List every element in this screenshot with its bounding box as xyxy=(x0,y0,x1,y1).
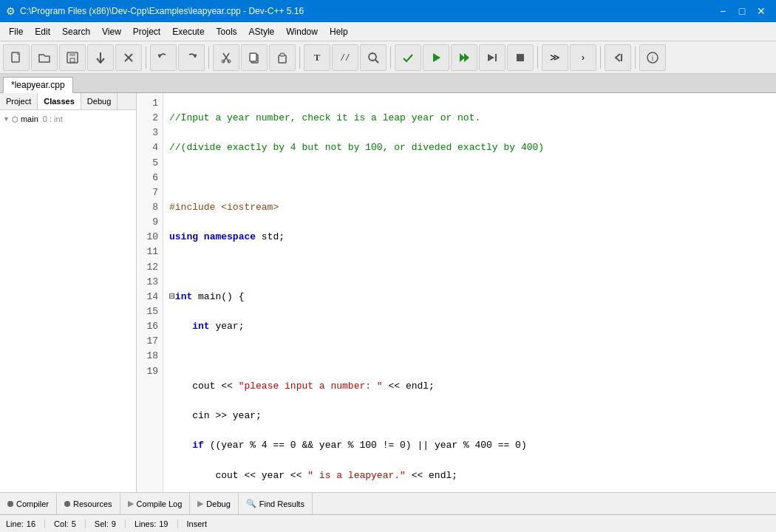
status-sel: Sel: 9 xyxy=(95,519,126,528)
compiler-tab[interactable]: Compiler xyxy=(0,493,57,514)
title-bar: ⚙ C:\Program Files (x86)\Dev-Cpp\Example… xyxy=(0,0,776,22)
redo-btn[interactable] xyxy=(178,44,205,71)
sidebar-tab-classes[interactable]: Classes xyxy=(38,93,81,109)
sel-value: 9 xyxy=(112,519,116,528)
indent-btn[interactable]: T xyxy=(304,44,330,71)
line-2: //(divide exactly by 4 but not by 100, o… xyxy=(169,140,770,155)
compile-run-btn[interactable] xyxy=(451,44,477,71)
tree-item-main[interactable]: ▼ ⬡ main 0 : int xyxy=(3,113,133,125)
debug-label: Debug xyxy=(206,499,230,508)
sel-label: Sel: xyxy=(95,519,109,528)
line-11: cin >> year; xyxy=(169,409,770,423)
next-btn[interactable] xyxy=(479,44,506,71)
lines-value: 19 xyxy=(159,519,168,528)
more1-btn[interactable]: ≫ xyxy=(542,44,568,71)
paste-btn[interactable] xyxy=(269,44,296,71)
menu-item-window[interactable]: Window xyxy=(280,24,324,40)
sidebar-tab-project[interactable]: Project xyxy=(0,93,38,109)
code-area: 12345 678910 1112131415 16171819 //Input… xyxy=(137,93,776,492)
sidebar-content: ▼ ⬡ main 0 : int xyxy=(0,110,136,128)
svg-marker-17 xyxy=(433,53,440,62)
line-13: cout << year << " is a leapyear." << end… xyxy=(169,468,770,483)
tree-item-label: main xyxy=(21,115,38,123)
run-btn[interactable] xyxy=(423,44,449,71)
menu-item-execute[interactable]: Execute xyxy=(166,24,210,40)
status-col: Col: 5 xyxy=(54,519,86,528)
sidebar-tab-debug[interactable]: Debug xyxy=(81,93,118,109)
lines-label: Lines: xyxy=(135,519,156,528)
open-btn[interactable] xyxy=(31,44,58,71)
menu-item-astyle[interactable]: AStyle xyxy=(243,24,281,40)
tree-expand-icon: ▼ xyxy=(3,115,10,123)
line-numbers: 12345 678910 1112131415 16171819 xyxy=(137,93,163,492)
check-btn[interactable] xyxy=(395,44,421,71)
maximize-button[interactable]: □ xyxy=(733,3,751,19)
sidebar: Project Classes Debug ▼ ⬡ main 0 : int xyxy=(0,93,137,492)
menu-item-project[interactable]: Project xyxy=(127,24,166,40)
bottom-panel: Compiler Resources ▶ Compile Log ▶ Debug… xyxy=(0,492,776,514)
editor[interactable]: 12345 678910 1112131415 16171819 //Input… xyxy=(137,93,776,492)
save-btn[interactable] xyxy=(59,44,86,71)
more2-btn[interactable]: › xyxy=(570,44,596,71)
saveall-btn[interactable] xyxy=(87,44,114,71)
svg-rect-2 xyxy=(69,52,75,56)
undo-btn[interactable] xyxy=(150,44,177,71)
svg-rect-3 xyxy=(70,58,75,62)
close-file-btn[interactable] xyxy=(115,44,142,71)
debug-tab[interactable]: ▶ Debug xyxy=(190,493,238,514)
sep4 xyxy=(390,47,391,69)
app-icon: ⚙ xyxy=(6,5,16,17)
svg-point-15 xyxy=(369,53,376,61)
menu-item-edit[interactable]: Edit xyxy=(29,24,56,40)
svg-line-16 xyxy=(375,60,378,63)
svg-text:i: i xyxy=(652,54,654,62)
compiler-label: Compiler xyxy=(16,499,49,508)
close-button[interactable]: ✕ xyxy=(752,3,770,19)
tree-class-icon: ⬡ xyxy=(12,115,18,123)
findresults-label: Find Results xyxy=(259,499,304,508)
compilelog-label: Compile Log xyxy=(137,499,183,508)
stop-btn[interactable] xyxy=(507,44,534,71)
line-9 xyxy=(169,349,770,364)
line-1: //Input a year number, check it is a lea… xyxy=(169,111,770,126)
status-lines: Lines: 19 xyxy=(135,519,178,528)
menu-bar: FileEditSearchViewProjectExecuteToolsASt… xyxy=(0,22,776,41)
findresults-tab[interactable]: 🔍 Find Results xyxy=(239,493,313,514)
resources-tab[interactable]: Resources xyxy=(57,493,120,514)
sep1 xyxy=(146,47,146,69)
main-area: Project Classes Debug ▼ ⬡ main 0 : int 1… xyxy=(0,93,776,492)
menu-item-tools[interactable]: Tools xyxy=(211,24,243,40)
info-btn[interactable]: i xyxy=(639,44,666,71)
menu-item-search[interactable]: Search xyxy=(56,24,96,40)
svg-rect-21 xyxy=(495,54,497,61)
compiler-dot xyxy=(7,501,13,507)
copy-btn[interactable] xyxy=(241,44,268,71)
menu-item-file[interactable]: File xyxy=(3,24,29,40)
toolbar: T // ≫ › i xyxy=(0,41,776,74)
svg-marker-19 xyxy=(464,53,469,62)
line-value: 16 xyxy=(27,519,35,528)
tab-bar: *leapyear.cpp xyxy=(0,74,776,93)
compilelog-arrow: ▶ xyxy=(128,499,134,508)
cut-btn[interactable] xyxy=(213,44,239,71)
editor-tab[interactable]: *leapyear.cpp xyxy=(3,77,73,93)
compilelog-tab[interactable]: ▶ Compile Log xyxy=(120,493,191,514)
menu-item-help[interactable]: Help xyxy=(324,24,354,40)
menu-item-view[interactable]: View xyxy=(96,24,127,40)
sep3 xyxy=(299,47,300,69)
sep7 xyxy=(635,47,636,69)
tree-item-detail: 0 : int xyxy=(41,115,63,123)
line-3 xyxy=(169,171,770,185)
line-10: cout << "please input a number: " << end… xyxy=(169,379,770,394)
line-4: #include <iostream> xyxy=(169,200,770,215)
back-btn[interactable] xyxy=(605,44,631,71)
find-btn[interactable] xyxy=(360,44,387,71)
new-btn[interactable] xyxy=(3,44,30,71)
comment-btn[interactable]: // xyxy=(332,44,358,71)
minimize-button[interactable]: − xyxy=(714,3,732,19)
line-label: Line: xyxy=(6,519,24,528)
code-lines[interactable]: //Input a year number, check it is a lea… xyxy=(163,93,776,492)
sep2 xyxy=(208,47,209,69)
svg-marker-18 xyxy=(460,53,465,62)
title-text: C:\Program Files (x86)\Dev-Cpp\Examples\… xyxy=(20,6,304,16)
